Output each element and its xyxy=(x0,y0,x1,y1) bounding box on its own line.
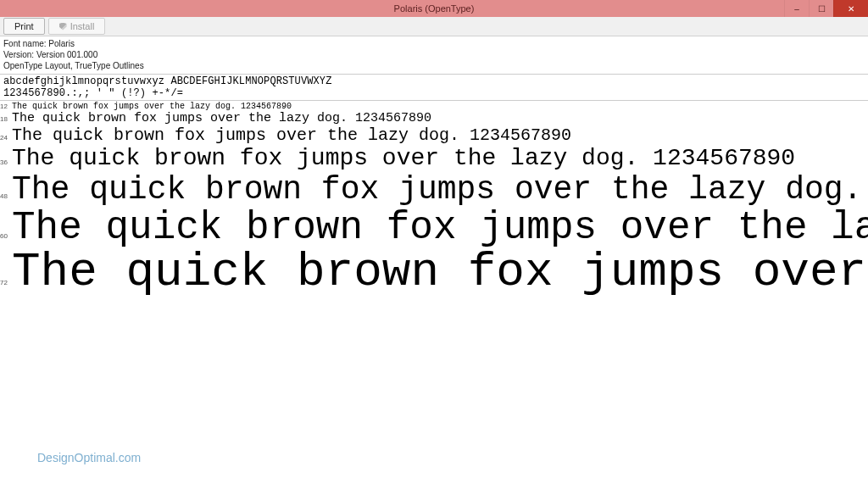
size-label: 18 xyxy=(0,115,12,123)
font-name-label: Font name: xyxy=(3,39,48,48)
minimize-button[interactable]: – xyxy=(784,0,809,17)
sample-text: The quick brown fox jumps over the lazy … xyxy=(12,171,868,208)
sample-row: 60 The quick brown fox jumps over the la… xyxy=(0,208,868,248)
num-line: 1234567890.:,; ' " (!?) +-*/= xyxy=(3,87,865,99)
sample-row: 24 The quick brown fox jumps over the la… xyxy=(0,125,868,145)
version-label: Version: xyxy=(3,50,36,59)
outline-info: OpenType Layout, TrueType Outlines xyxy=(3,60,865,71)
shield-icon xyxy=(59,23,67,31)
version-value: Version 001.000 xyxy=(36,50,97,59)
window-buttons: – ☐ ✕ xyxy=(784,0,868,17)
print-button[interactable]: Print xyxy=(3,18,45,35)
size-label: 12 xyxy=(0,103,12,110)
size-label: 36 xyxy=(0,158,12,166)
divider xyxy=(0,74,868,75)
alpha-line: abcdefghijklmnopqrstuvwxyz ABCDEFGHIJKLM… xyxy=(3,75,865,87)
sample-row: 48 The quick brown fox jumps over the la… xyxy=(0,171,868,208)
watermark: DesignOptimal.com xyxy=(37,451,141,464)
alpha-sample: abcdefghijklmnopqrstuvwxyz ABCDEFGHIJKLM… xyxy=(0,75,868,99)
close-button[interactable]: ✕ xyxy=(833,0,868,17)
version-line: Version: Version 001.000 xyxy=(3,49,865,60)
font-name-value: Polaris xyxy=(48,39,75,48)
sample-text: The quick brown fox jumps over the lazy … xyxy=(12,111,431,125)
sample-text: The quick brown fox jumps over the lazy … xyxy=(12,125,571,145)
maximize-button[interactable]: ☐ xyxy=(809,0,833,17)
sample-text: The quick brown fox jumps over the lazy … xyxy=(12,208,868,248)
sample-row: 12 The quick brown fox jumps over the la… xyxy=(0,102,868,111)
font-meta: Font name: Polaris Version: Version 001.… xyxy=(0,36,868,73)
size-label: 72 xyxy=(0,279,12,286)
sample-text: The quick brown fox jumps over the lazy … xyxy=(12,102,292,111)
sample-text: The quick brown fox jumps over the lazy … xyxy=(12,248,868,296)
sample-text: The quick brown fox jumps over the lazy … xyxy=(12,145,795,171)
toolbar: Print Install xyxy=(0,17,868,36)
install-label: Install xyxy=(70,21,95,31)
titlebar: Polaris (OpenType) – ☐ ✕ xyxy=(0,0,868,17)
size-label: 48 xyxy=(0,192,12,200)
size-label: 60 xyxy=(0,232,12,240)
font-name-line: Font name: Polaris xyxy=(3,38,865,49)
sample-row: 36 The quick brown fox jumps over the la… xyxy=(0,145,868,171)
install-button: Install xyxy=(48,18,106,35)
sample-row: 72 The quick brown fox jumps over the la… xyxy=(0,248,868,296)
sample-row: 18 The quick brown fox jumps over the la… xyxy=(0,111,868,125)
divider xyxy=(0,100,868,101)
size-label: 24 xyxy=(0,134,12,142)
window-title: Polaris (OpenType) xyxy=(0,3,868,14)
